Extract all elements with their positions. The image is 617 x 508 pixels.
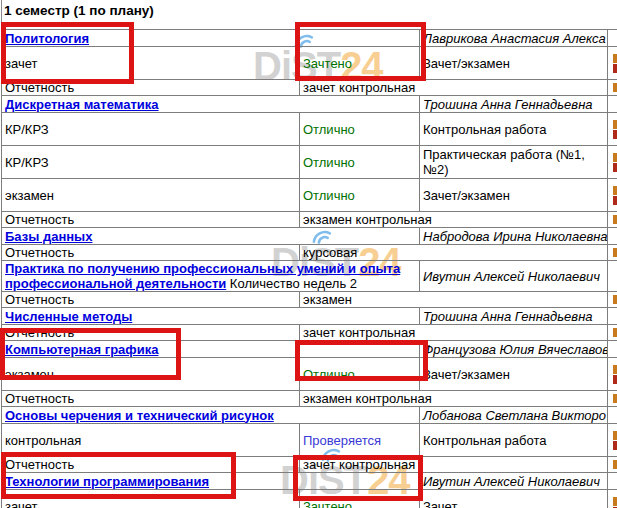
clipped-fragment xyxy=(613,83,617,92)
table-row: Отчетностьэкзамен контрольная xyxy=(2,391,617,407)
clipped-cell xyxy=(608,96,617,113)
table-row: экзаменОтличноЗачет/экзамен xyxy=(2,358,617,391)
report-label: Отчетность xyxy=(2,325,300,341)
table-row: Численные методыТрошина Анна Геннадьевна xyxy=(2,308,617,325)
clipped-cell xyxy=(608,179,617,212)
assessment-type: экзамен xyxy=(2,179,300,212)
assessment-work: Практическая работа (№1, №2) xyxy=(420,146,608,179)
course-link[interactable]: Основы черчения и технический рисунок xyxy=(5,408,274,423)
teacher-name: Ивутин Алексей Николаевич xyxy=(420,473,608,490)
table-row: Отчетностьэкзамен контрольная xyxy=(2,212,617,228)
teacher-name: Трошина Анна Геннадьевна xyxy=(420,96,608,113)
report-label: Отчетность xyxy=(2,245,300,261)
course-link[interactable]: Технологии программирования xyxy=(5,474,209,489)
course-name-cell: Практика по получению профессиональных у… xyxy=(2,261,420,292)
teacher-name: Трошина Анна Геннадьевна xyxy=(420,308,608,325)
report-value: экзамен xyxy=(300,292,608,308)
clipped-cell xyxy=(608,245,617,261)
table-row: КР/КРЗОтличноПрактическая работа (№1, №2… xyxy=(2,146,617,179)
clipped-cell xyxy=(608,80,617,96)
clipped-cell xyxy=(608,341,617,358)
assessment-work: Контрольная работа xyxy=(420,113,608,146)
assessment-type: контрольная xyxy=(2,424,300,457)
report-value: экзамен контрольная xyxy=(300,212,608,228)
clipped-cell xyxy=(608,457,617,473)
grades-table: ПолитологияЛаврикова Анастасия Алексазач… xyxy=(1,29,617,508)
grade-value: Отлично xyxy=(300,179,420,212)
table-row: КР/КРЗОтличноКонтрольная работа xyxy=(2,113,617,146)
assessment-work: Зачет/экзамен xyxy=(420,179,608,212)
clipped-fragment xyxy=(613,163,617,172)
assessment-type: зачет xyxy=(2,490,300,508)
course-link[interactable]: Политология xyxy=(5,31,89,46)
course-link[interactable]: Дискретная математика xyxy=(5,97,159,112)
semester-heading: 1 семестр (1 по плану) xyxy=(4,3,154,18)
course-name-cell: Базы данных xyxy=(2,228,420,245)
clipped-fragment xyxy=(613,365,617,374)
clipped-cell xyxy=(608,424,617,457)
table-row: Технологии программированияИвутин Алексе… xyxy=(2,473,617,490)
course-name-cell: Численные методы xyxy=(2,308,420,325)
report-value: зачет контрольная xyxy=(300,325,608,341)
course-extra-text: Количество недель 2 xyxy=(226,276,357,291)
grade-text: Отлично xyxy=(303,188,355,203)
clipped-fragment xyxy=(613,64,617,73)
report-value: экзамен контрольная xyxy=(300,391,608,407)
grade-text: Проверяется xyxy=(303,433,381,448)
grade-value: Отлично xyxy=(300,358,420,391)
grade-value: Отлично xyxy=(300,113,420,146)
clipped-cell xyxy=(608,261,617,292)
clipped-fragment xyxy=(613,248,617,257)
teacher-name: Ивутин Алексей Николаевич xyxy=(420,261,608,292)
teacher-name: Набродова Ирина Николаевна xyxy=(420,228,608,245)
course-name-cell: Политология xyxy=(2,30,420,47)
clipped-cell xyxy=(608,308,617,325)
clipped-cell xyxy=(608,490,617,508)
grade-value: Проверяется xyxy=(300,424,420,457)
assessment-work: Контрольная работа xyxy=(420,424,608,457)
table-row: экзаменОтличноЗачет/экзамен xyxy=(2,179,617,212)
report-label: Отчетность xyxy=(2,80,300,96)
teacher-name: Лобанова Светлана Викторо xyxy=(420,407,608,424)
report-value: зачет контрольная xyxy=(300,457,608,473)
table-row: Базы данныхНабродова Ирина Николаевна xyxy=(2,228,617,245)
teacher-name: Лаврикова Анастасия Алекса xyxy=(420,30,608,47)
table-row: Компьютерная графикаФранцузова Юлия Вяче… xyxy=(2,341,617,358)
table-row: Отчетностьзачет контрольная xyxy=(2,457,617,473)
clipped-cell xyxy=(608,407,617,424)
grade-text: Зачтено xyxy=(303,56,352,71)
clipped-cell xyxy=(608,292,617,308)
table-row: зачетЗачтеноЗачет/экзамен xyxy=(2,47,617,80)
clipped-cell xyxy=(608,473,617,490)
clipped-cell xyxy=(608,228,617,245)
table-row: ПолитологияЛаврикова Анастасия Алекса xyxy=(2,30,617,47)
grade-value: Зачтено xyxy=(300,490,420,508)
clipped-fragment xyxy=(613,295,617,304)
clipped-fragment xyxy=(613,196,617,205)
course-name-cell: Технологии программирования xyxy=(2,473,420,490)
clipped-fragment xyxy=(613,441,617,450)
course-link[interactable]: Базы данных xyxy=(5,229,92,244)
grade-text: Зачтено xyxy=(303,499,352,508)
clipped-cell xyxy=(608,47,617,80)
course-link[interactable]: Компьютерная графика xyxy=(5,342,158,357)
table-left-border xyxy=(1,0,2,29)
grade-value: Отлично xyxy=(300,146,420,179)
clipped-fragment xyxy=(613,215,617,224)
clipped-fragment xyxy=(613,375,617,384)
report-label: Отчетность xyxy=(2,391,300,407)
grade-text: Отлично xyxy=(303,367,355,382)
report-label: Отчетность xyxy=(2,292,300,308)
assessment-work: Зачет/экзамен xyxy=(420,47,608,80)
grade-text: Отлично xyxy=(303,155,355,170)
clipped-fragment xyxy=(613,431,617,440)
clipped-cell xyxy=(608,358,617,391)
clipped-cell xyxy=(608,30,617,47)
clipped-fragment xyxy=(613,130,617,139)
clipped-fragment xyxy=(613,394,617,403)
clipped-cell xyxy=(608,325,617,341)
clipped-fragment xyxy=(613,460,617,469)
clipped-fragment xyxy=(613,120,617,129)
course-link[interactable]: Численные методы xyxy=(5,309,132,324)
table-row: Отчетностьзачет контрольная xyxy=(2,325,617,341)
